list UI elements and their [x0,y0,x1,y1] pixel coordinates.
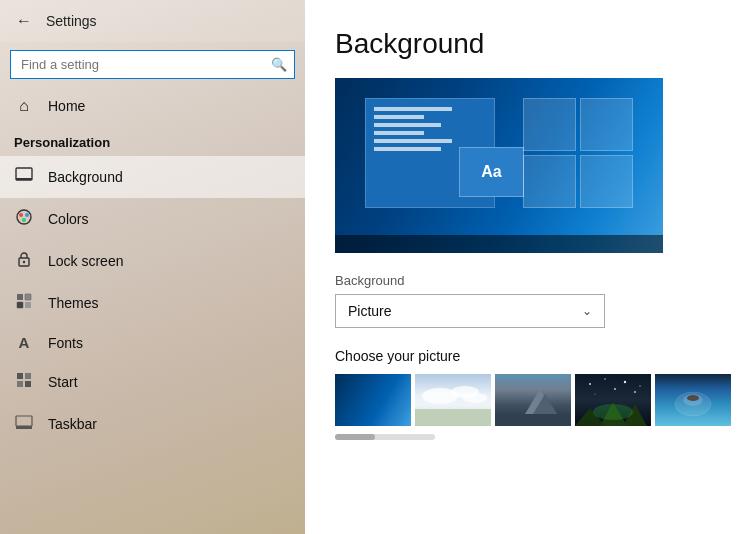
svg-rect-9 [25,294,31,300]
win-quad-tr [580,98,633,151]
theme-line-1 [374,107,452,111]
home-icon: ⌂ [14,97,34,115]
scrollbar-wrap [335,434,720,440]
sidebar-item-colors-label: Colors [48,211,88,227]
svg-rect-12 [17,373,23,379]
picture-grid [335,374,720,426]
svg-rect-27 [415,409,491,426]
svg-point-36 [639,385,640,386]
start-icon [14,371,34,393]
svg-rect-14 [17,381,23,387]
svg-point-7 [23,261,25,263]
svg-rect-31 [495,414,571,426]
svg-rect-8 [17,294,23,300]
picture-thumb-2[interactable] [415,374,491,426]
theme-line-5 [374,139,452,143]
svg-point-37 [614,388,616,390]
svg-rect-17 [16,426,32,429]
personalization-label: Personalization [0,125,305,156]
search-icon: 🔍 [271,57,287,72]
svg-point-4 [25,213,29,217]
sidebar-item-fonts-label: Fonts [48,335,83,351]
svg-rect-1 [16,178,32,180]
sidebar-item-background-label: Background [48,169,123,185]
theme-line-2 [374,115,424,119]
sidebar-item-themes[interactable]: Themes [0,282,305,324]
scrollbar-track[interactable] [335,434,435,440]
theme-aa-box: Aa [459,147,524,197]
svg-point-3 [19,213,23,217]
svg-rect-13 [25,373,31,379]
svg-point-38 [594,393,595,394]
sidebar-item-themes-label: Themes [48,295,99,311]
svg-point-47 [687,395,699,401]
svg-point-34 [604,378,606,380]
svg-rect-11 [25,302,31,308]
svg-point-33 [589,383,591,385]
sidebar-item-fonts[interactable]: A Fonts [0,324,305,361]
chevron-down-icon: ⌄ [582,304,592,318]
back-button[interactable]: ← [12,10,36,32]
theme-line-6 [374,147,441,151]
taskbar-icon [14,413,34,435]
themes-icon [14,292,34,314]
preview-taskbar [335,235,663,253]
win-quad-bl [523,155,576,208]
sidebar-item-lock-screen[interactable]: Lock screen [0,240,305,282]
theme-line-3 [374,123,441,127]
sidebar-item-start-label: Start [48,374,78,390]
picture-thumb-1[interactable] [335,374,411,426]
home-label: Home [48,98,85,114]
svg-rect-16 [16,416,32,426]
sidebar-item-colors[interactable]: Colors [0,198,305,240]
lock-screen-icon [14,250,34,272]
svg-rect-10 [17,302,23,308]
svg-point-39 [634,391,636,393]
svg-point-26 [463,393,487,403]
search-box-wrap: 🔍 [0,42,305,87]
background-dropdown[interactable]: Picture ⌄ [335,294,605,328]
sidebar-item-lock-screen-label: Lock screen [48,253,123,269]
scrollbar-thumb [335,434,375,440]
svg-point-5 [22,218,26,222]
background-preview: Aa [335,78,663,253]
sidebar: ← Settings 🔍 ⌂ Home Personalization Back… [0,0,305,534]
settings-title: Settings [46,13,97,29]
fonts-icon: A [14,334,34,351]
svg-rect-22 [335,418,411,426]
search-input[interactable] [10,50,295,79]
theme-preview-box: Aa [365,98,495,208]
svg-rect-15 [25,381,31,387]
dropdown-value: Picture [348,303,392,319]
svg-point-43 [593,404,633,420]
choose-picture-label: Choose your picture [335,348,720,364]
sidebar-item-home[interactable]: ⌂ Home [0,87,305,125]
win-quad-tl [523,98,576,151]
picture-thumb-3[interactable] [495,374,571,426]
win-logo [523,98,633,208]
background-dropdown-label: Background [335,273,720,288]
picture-thumb-4[interactable] [575,374,651,426]
theme-line-4 [374,131,424,135]
colors-icon [14,208,34,230]
sidebar-item-taskbar-label: Taskbar [48,416,97,432]
sidebar-item-start[interactable]: Start [0,361,305,403]
win-quad-br [580,155,633,208]
svg-point-35 [624,381,626,383]
sidebar-item-background[interactable]: Background [0,156,305,198]
svg-rect-19 [375,382,401,408]
preview-inner: Aa [335,78,663,253]
picture-thumb-5[interactable] [655,374,731,426]
page-title: Background [335,28,720,60]
main-content: Background Aa [305,0,750,534]
sidebar-header: ← Settings [0,0,305,42]
svg-rect-18 [335,374,411,426]
sidebar-item-taskbar[interactable]: Taskbar [0,403,305,445]
background-icon [14,166,34,188]
